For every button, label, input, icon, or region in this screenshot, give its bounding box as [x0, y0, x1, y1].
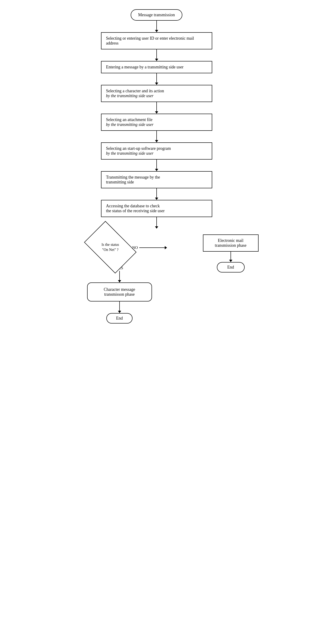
left-box-node: Character message transmisson phase [87, 282, 152, 302]
arrow-3 [155, 73, 158, 85]
diamond-shape: Is the status "On Net" ? [88, 232, 132, 262]
step2-node: Entering a message by a transmitting sid… [101, 61, 212, 73]
no-branch: NO [132, 245, 167, 250]
arrow-7 [155, 188, 158, 200]
arrow-4 [155, 102, 158, 114]
step7-node: Accessing the database to check the stat… [101, 200, 212, 217]
no-arrow-line [139, 248, 165, 248]
flowchart-page: Message transmission Selecting or enteri… [5, 9, 308, 324]
left-end-node: End [106, 313, 133, 324]
no-label: NO [132, 245, 138, 250]
arrow-5 [155, 131, 158, 142]
step4-node: Selecting an attachment file by the tran… [101, 114, 212, 131]
right-branch-box: Electronic mail transmission phase End [203, 234, 259, 272]
step3-node: Selecting a character and its action by … [101, 85, 212, 102]
arrow-6 [155, 160, 158, 171]
right-arrow-head-down [229, 260, 232, 262]
step1-node: Selecting or entering user ID or enter e… [101, 32, 212, 50]
no-arrow-head [165, 246, 167, 249]
right-end-node: End [217, 262, 245, 272]
diamond-row: Is the status "On Net" ? NO Electronic m… [52, 229, 261, 266]
right-arrow-down [203, 252, 259, 262]
right-arrow-line [231, 252, 231, 260]
step6-node: Transmitting the message by the transmit… [101, 171, 212, 188]
arrow-1 [155, 21, 158, 32]
bottom-section: Is the status "On Net" ? NO Electronic m… [52, 229, 261, 324]
step5-node: Selecting an start-up software program b… [101, 142, 212, 160]
diamond-text: Is the status "On Net" ? [93, 242, 127, 252]
yes-arrow [118, 271, 121, 282]
arrow-8 [155, 217, 158, 229]
start-node: Message transmission [131, 9, 182, 21]
arrow-2 [155, 50, 158, 61]
yes-branch: YES Character message transmisson phase … [87, 266, 152, 324]
left-end-arrow [118, 302, 121, 313]
main-flow: Message transmission Selecting or enteri… [99, 9, 215, 229]
